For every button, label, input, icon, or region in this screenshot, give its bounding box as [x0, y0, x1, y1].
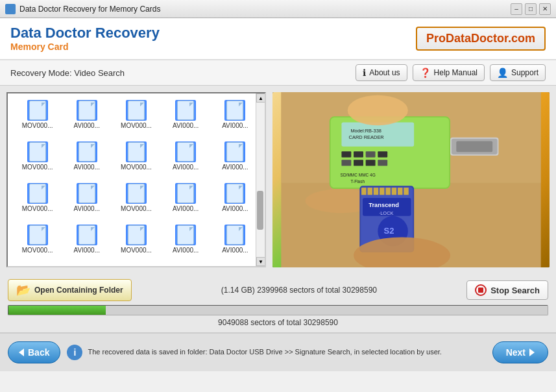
file-name: MOV000... — [117, 164, 156, 171]
svg-text:S2: S2 — [384, 226, 394, 236]
footer-info-text: The recovered data is saved in folder: D… — [88, 347, 441, 357]
file-name: MOV000... — [117, 205, 156, 212]
file-item[interactable]: AVI000... — [163, 141, 209, 177]
about-us-button[interactable]: ℹ About us — [356, 64, 407, 81]
file-name: MOV000... — [18, 122, 57, 129]
next-arrow-icon — [529, 349, 535, 356]
file-item[interactable]: MOV000... — [14, 183, 60, 218]
file-name: AVI000... — [215, 247, 254, 254]
file-name: MOV000... — [18, 164, 57, 171]
window-controls: – □ ✕ — [511, 3, 551, 15]
file-item[interactable]: AVI000... — [212, 141, 258, 177]
svg-rect-36 — [398, 188, 402, 195]
stop-inner — [478, 288, 483, 293]
scroll-down[interactable]: ▼ — [256, 257, 265, 266]
info-icon: ℹ — [363, 67, 366, 78]
file-icon-inner — [79, 184, 95, 203]
file-name: AVI000... — [215, 164, 254, 171]
maximize-button[interactable]: □ — [525, 3, 537, 15]
file-item[interactable]: MOV000... — [113, 141, 159, 177]
nav-buttons: ℹ About us ❓ Help Manual 👤 Support — [356, 64, 546, 81]
svg-rect-32 — [374, 188, 378, 195]
stop-search-button[interactable]: Stop Search — [466, 280, 548, 300]
svg-rect-33 — [380, 188, 384, 195]
file-icon — [224, 225, 245, 245]
back-arrow-icon — [19, 349, 24, 356]
scroll-thumb[interactable] — [257, 191, 263, 230]
support-icon: 👤 — [497, 67, 508, 78]
svg-rect-35 — [392, 188, 396, 195]
close-button[interactable]: ✕ — [539, 3, 551, 15]
file-name: AVI000... — [166, 122, 205, 129]
app-title-main: Data Doctor Recovery — [10, 25, 160, 42]
file-item[interactable]: MOV000... — [14, 141, 60, 177]
file-icon — [224, 183, 245, 204]
file-item[interactable]: AVI000... — [212, 225, 258, 260]
svg-text:·LOCK: ·LOCK — [379, 210, 393, 216]
preview-svg: Model:RB-338 CARD READER SD/MMC MMC 4G T… — [272, 92, 550, 267]
file-item[interactable]: MOV000... — [14, 225, 60, 260]
file-icon-inner — [79, 142, 95, 162]
file-icon — [175, 100, 196, 121]
file-icon — [77, 141, 97, 162]
svg-rect-8 — [354, 151, 363, 157]
file-icon-inner — [128, 101, 145, 120]
file-icon — [27, 225, 48, 245]
file-item[interactable]: MOV000... — [113, 225, 159, 260]
file-icon-inner — [79, 225, 95, 245]
file-icon-inner — [226, 225, 243, 245]
file-item[interactable]: AVI000... — [163, 225, 209, 260]
header: Data Doctor Recovery Memory Card ProData… — [0, 18, 556, 60]
file-name: AVI000... — [67, 122, 106, 129]
progress-row — [8, 305, 548, 315]
file-icon-inner — [226, 184, 243, 203]
file-item[interactable]: AVI000... — [163, 100, 209, 135]
file-name: MOV000... — [117, 122, 156, 129]
help-icon: ❓ — [420, 67, 431, 78]
svg-rect-9 — [366, 151, 376, 157]
progress-bar-container — [8, 305, 548, 315]
back-button[interactable]: Back — [8, 341, 60, 363]
open-folder-button[interactable]: 📂 Open Containing Folder — [8, 279, 132, 301]
support-button[interactable]: 👤 Support — [490, 64, 546, 81]
next-button[interactable]: Next — [492, 341, 548, 363]
file-icon — [175, 225, 196, 245]
svg-text:Model:RB-338: Model:RB-338 — [350, 129, 381, 134]
scroll-up[interactable]: ▲ — [256, 93, 265, 103]
file-icon — [224, 141, 245, 162]
file-item[interactable]: AVI000... — [212, 183, 258, 218]
file-item[interactable]: MOV000... — [14, 100, 60, 135]
file-item[interactable]: AVI000... — [64, 141, 110, 177]
file-item[interactable]: AVI000... — [64, 100, 110, 135]
file-icon-inner — [128, 184, 145, 203]
file-item[interactable]: AVI000... — [64, 183, 110, 218]
titlebar-text: Data Doctor Recovery for Memory Cards — [19, 5, 511, 14]
sector-info-top: (1.14 GB) 2399968 sectors of total 30298… — [138, 286, 460, 295]
file-item[interactable]: MOV000... — [113, 100, 159, 135]
file-icon — [126, 100, 147, 121]
brand-logo: ProDataDoctor.com — [416, 27, 546, 51]
file-icon-inner — [29, 142, 46, 162]
file-list[interactable]: MOV000... AVI000... MOV000... AVI000... … — [8, 93, 265, 266]
file-icon-inner — [128, 142, 145, 162]
recovery-mode-label: Recovery Mode: Video Search — [10, 68, 125, 78]
file-icon-inner — [29, 225, 46, 245]
svg-rect-37 — [404, 188, 408, 195]
file-item[interactable]: MOV000... — [113, 183, 159, 218]
app-title: Data Doctor Recovery Memory Card — [10, 25, 160, 53]
preview-panel: Model:RB-338 CARD READER SD/MMC MMC 4G T… — [272, 92, 550, 267]
file-item[interactable]: AVI000... — [163, 183, 209, 218]
file-item[interactable]: AVI000... — [64, 225, 110, 260]
file-icon — [175, 141, 196, 162]
scrollbar[interactable]: ▲ ▼ — [256, 93, 265, 266]
progress-bar-fill — [8, 306, 106, 315]
info-circle-icon: i — [67, 345, 82, 360]
svg-text:Transcend: Transcend — [369, 202, 399, 208]
help-manual-button[interactable]: ❓ Help Manual — [413, 64, 485, 81]
file-name: AVI000... — [215, 205, 254, 212]
file-name: AVI000... — [67, 247, 106, 254]
svg-rect-30 — [361, 188, 366, 195]
action-row1: 📂 Open Containing Folder (1.14 GB) 23999… — [8, 279, 548, 301]
file-item[interactable]: AVI000... — [212, 100, 258, 135]
minimize-button[interactable]: – — [511, 3, 522, 15]
